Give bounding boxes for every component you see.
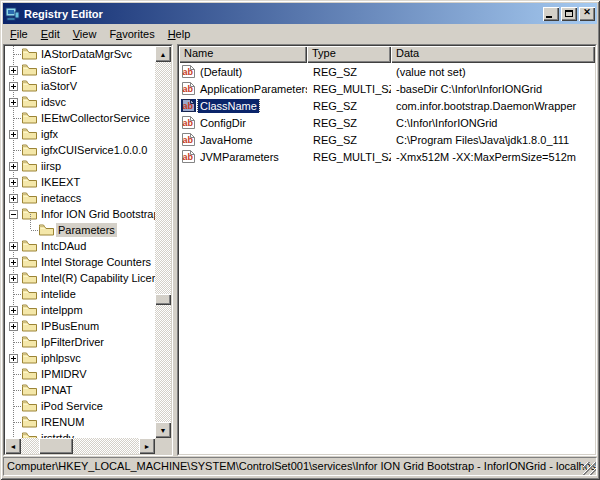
- tree-item[interactable]: IpFilterDriver: [5, 334, 155, 350]
- tree-item[interactable]: IntcDAud: [5, 238, 155, 254]
- horizontal-scroll-thumb[interactable]: [39, 438, 73, 454]
- menu-file[interactable]: File: [4, 25, 35, 43]
- registry-value-row[interactable]: abConfigDirREG_SZC:\Infor\InforIONGrid: [179, 114, 595, 131]
- registry-value-row[interactable]: ab(Default)REG_SZ(value not set): [179, 63, 595, 80]
- vertical-scroll-thumb[interactable]: [155, 294, 171, 305]
- horizontal-scroll-track[interactable]: [21, 438, 139, 454]
- tree-item[interactable]: iaStorV: [5, 78, 155, 94]
- column-header-type[interactable]: Type: [307, 46, 391, 63]
- scroll-down-button[interactable]: ▼: [155, 422, 171, 438]
- expand-toggle-icon[interactable]: [9, 178, 18, 187]
- tree-item-label[interactable]: IEEtwCollectorService: [39, 111, 152, 125]
- tree-item-label[interactable]: igfxCUIService1.0.0.0: [39, 143, 149, 157]
- minimize-button[interactable]: [543, 7, 559, 21]
- title-bar[interactable]: Registry Editor ✕: [3, 3, 597, 24]
- tree-item[interactable]: igfx: [5, 126, 155, 142]
- registry-value-row[interactable]: abJVMParametersREG_MULTI_SZ-Xmx512M -XX:…: [179, 148, 595, 165]
- expand-toggle-icon[interactable]: [9, 162, 18, 171]
- tree-item[interactable]: inetaccs: [5, 190, 155, 206]
- tree-item[interactable]: IPNAT: [5, 382, 155, 398]
- scroll-right-button[interactable]: ►: [139, 438, 155, 454]
- tree-item-label[interactable]: IAStorDataMgrSvc: [39, 47, 134, 61]
- expand-toggle-icon[interactable]: [9, 66, 18, 75]
- registry-value-row[interactable]: abApplicationParametersREG_MULTI_SZ-base…: [179, 80, 595, 97]
- value-name[interactable]: ApplicationParameters: [198, 82, 307, 96]
- value-name[interactable]: ClassName: [198, 99, 259, 113]
- maximize-button[interactable]: [561, 7, 577, 21]
- value-name[interactable]: JVMParameters: [198, 150, 281, 164]
- expand-toggle-icon[interactable]: [9, 98, 18, 107]
- expand-toggle-icon[interactable]: [9, 82, 18, 91]
- registry-value-row[interactable]: abJavaHomeREG_SZC:\Program Files\Java\jd…: [179, 131, 595, 148]
- tree-item-label[interactable]: igfx: [39, 127, 60, 141]
- tree-branch-line: [14, 390, 21, 391]
- expand-toggle-icon[interactable]: [9, 306, 18, 315]
- value-name[interactable]: (Default): [198, 65, 244, 79]
- tree-item-label[interactable]: IPMIDRV: [39, 367, 89, 381]
- menu-help[interactable]: Help: [162, 25, 198, 43]
- tree-item-label[interactable]: iPod Service: [39, 399, 105, 413]
- tree-item[interactable]: igfxCUIService1.0.0.0: [5, 142, 155, 158]
- expand-toggle-icon[interactable]: [9, 322, 18, 331]
- tree-item[interactable]: IEEtwCollectorService: [5, 110, 155, 126]
- expand-toggle-icon[interactable]: [9, 354, 18, 363]
- tree-item-label[interactable]: intelide: [39, 287, 78, 301]
- tree-item[interactable]: intelide: [5, 286, 155, 302]
- column-header-data[interactable]: Data: [391, 46, 595, 63]
- tree-item[interactable]: iirsp: [5, 158, 155, 174]
- tree-item[interactable]: IKEEXT: [5, 174, 155, 190]
- expand-toggle-icon[interactable]: [9, 258, 18, 267]
- tree-item-label[interactable]: iaStorV: [39, 79, 79, 93]
- tree-item-label[interactable]: inetaccs: [39, 191, 83, 205]
- vertical-scroll-track[interactable]: [155, 62, 171, 422]
- tree-item-label[interactable]: Parameters: [56, 223, 117, 237]
- tree-item-label[interactable]: IPNAT: [39, 383, 75, 397]
- expand-toggle-icon[interactable]: [9, 274, 18, 283]
- tree-item-label[interactable]: idsvc: [39, 95, 68, 109]
- tree-item[interactable]: IAStorDataMgrSvc: [5, 46, 155, 62]
- close-button[interactable]: ✕: [579, 7, 595, 21]
- tree-item-label[interactable]: Infor ION Grid Bootstrap - InforIONGrid …: [39, 207, 155, 221]
- tree-item-label[interactable]: IKEEXT: [39, 175, 82, 189]
- tree-item[interactable]: idsvc: [5, 94, 155, 110]
- expand-toggle-icon[interactable]: [9, 194, 18, 203]
- menu-view[interactable]: View: [67, 25, 104, 43]
- tree-item-label[interactable]: Intel(R) Capability Licensing: [39, 271, 155, 285]
- registry-value-row[interactable]: abClassNameREG_SZcom.infor.bootstrap.Dae…: [179, 97, 595, 114]
- tree-vertical-scrollbar[interactable]: ▲ ▼: [155, 46, 171, 438]
- tree-item[interactable]: Infor ION Grid Bootstrap - InforIONGrid …: [5, 206, 155, 222]
- tree-item-label[interactable]: iirsp: [39, 159, 63, 173]
- tree-item[interactable]: irstrtdv: [5, 430, 155, 438]
- tree-item[interactable]: IRENUM: [5, 414, 155, 430]
- value-name[interactable]: ConfigDir: [198, 116, 248, 130]
- menu-favorites[interactable]: Favorites: [103, 25, 161, 43]
- tree-item[interactable]: intelppm: [5, 302, 155, 318]
- scroll-up-button[interactable]: ▲: [155, 46, 171, 62]
- tree-item[interactable]: iPod Service: [5, 398, 155, 414]
- tree-item-label[interactable]: IPBusEnum: [39, 319, 101, 333]
- expand-toggle-icon[interactable]: [9, 130, 18, 139]
- menu-edit[interactable]: Edit: [35, 25, 67, 43]
- tree-item-label[interactable]: intelppm: [39, 303, 85, 317]
- tree-item-label[interactable]: IRENUM: [39, 415, 86, 429]
- tree-item[interactable]: iaStorF: [5, 62, 155, 78]
- collapse-toggle-icon[interactable]: [9, 210, 18, 219]
- scroll-left-button[interactable]: ◄: [5, 438, 21, 454]
- tree-horizontal-scrollbar[interactable]: ◄ ►: [5, 438, 155, 454]
- tree-item-label[interactable]: irstrtdv: [39, 431, 76, 438]
- tree-item-label[interactable]: Intel Storage Counters: [39, 255, 153, 269]
- tree-item[interactable]: Intel Storage Counters: [5, 254, 155, 270]
- tree-item[interactable]: IPMIDRV: [5, 366, 155, 382]
- tree-item-label[interactable]: iphlpsvc: [39, 351, 83, 365]
- tree-item-label[interactable]: iaStorF: [39, 63, 78, 77]
- expand-toggle-icon[interactable]: [9, 242, 18, 251]
- column-header-name[interactable]: Name: [179, 46, 307, 63]
- resize-grip-icon[interactable]: [583, 462, 596, 475]
- tree-item-label[interactable]: IpFilterDriver: [39, 335, 106, 349]
- tree-item[interactable]: iphlpsvc: [5, 350, 155, 366]
- tree-item-label[interactable]: IntcDAud: [39, 239, 88, 253]
- tree-item[interactable]: Parameters: [5, 222, 155, 238]
- tree-item[interactable]: IPBusEnum: [5, 318, 155, 334]
- tree-item[interactable]: Intel(R) Capability Licensing: [5, 270, 155, 286]
- value-name[interactable]: JavaHome: [198, 133, 255, 147]
